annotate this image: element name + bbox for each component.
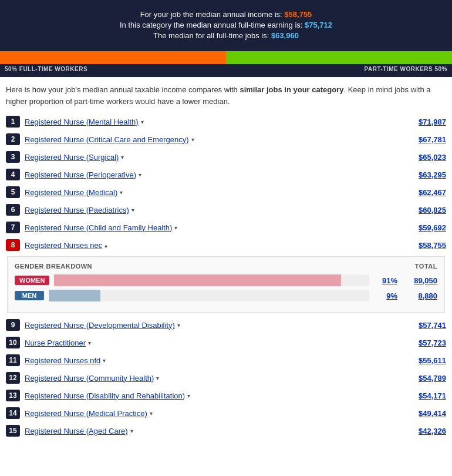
rank-badge: 4 — [6, 169, 20, 180]
job-row-left: 7Registered Nurse (Child and Family Heal… — [6, 222, 405, 233]
job-name[interactable]: Registered Nurse (Child and Family Healt… — [25, 223, 172, 232]
job-row-left: 3Registered Nurse (Surgical)▾ — [6, 151, 405, 163]
job-name[interactable]: Registered Nurse (Medical) — [25, 188, 117, 197]
gender-header: GENDER BREAKDOWNTOTAL — [15, 263, 437, 270]
women-label: WOMEN — [15, 276, 49, 285]
rank-badge: 15 — [6, 425, 20, 437]
job-name[interactable]: Registered Nurse (Medical Practice) — [25, 409, 147, 418]
job-row-left: 2Registered Nurse (Critical Care and Eme… — [6, 133, 405, 145]
job-row-left: 6Registered Nurse (Paediatrics)▾ — [6, 204, 405, 216]
chevron-down-icon[interactable]: ▾ — [88, 340, 91, 346]
job-name[interactable]: Registered Nurse (Surgical) — [25, 153, 119, 162]
job-name[interactable]: Registered Nurses nfd — [25, 356, 100, 365]
header-section: For your job the median annual income is… — [0, 0, 452, 51]
job-salary[interactable]: $63,295 — [405, 170, 446, 179]
progress-bar — [0, 51, 452, 64]
job-name[interactable]: Nurse Practitioner — [25, 338, 86, 347]
chevron-down-icon[interactable]: ▾ — [156, 375, 159, 381]
job-row: 9Registered Nurse (Developmental Disabil… — [4, 316, 448, 334]
gender-women-row: WOMEN91%89,050 — [15, 274, 437, 286]
job-name[interactable]: Registered Nurse (Disability and Rehabil… — [25, 391, 185, 400]
job-name[interactable]: Registered Nurse (Paediatrics) — [25, 206, 129, 214]
rank-badge: 12 — [6, 372, 20, 384]
chevron-down-icon[interactable]: ▾ — [103, 357, 106, 364]
chevron-down-icon[interactable]: ▾ — [131, 207, 134, 213]
men-total[interactable]: 8,880 — [402, 291, 437, 300]
job-name[interactable]: Registered Nurse (Community Health) — [25, 374, 154, 383]
header-line2-prefix: In this category the median annual full-… — [120, 21, 305, 29]
header-line3: The median for all full-time jobs is: $6… — [6, 31, 446, 40]
job-row: 10Nurse Practitioner▾$57,723 — [4, 334, 448, 351]
header-line1-prefix: For your job the median annual income is… — [140, 10, 285, 19]
job-name[interactable]: Registered Nurse (Aged Care) — [25, 427, 128, 435]
men-percentage[interactable]: 9% — [374, 291, 397, 300]
rank-badge: 9 — [6, 319, 20, 331]
job-salary[interactable]: $55,611 — [405, 356, 446, 365]
job-salary[interactable]: $62,467 — [405, 188, 446, 197]
job-name[interactable]: Registered Nurse (Mental Health) — [25, 118, 139, 126]
job-row: 11Registered Nurses nfd▾$55,611 — [4, 351, 448, 369]
fulltime-label: 50% FULL-TIME WORKERS — [5, 66, 87, 72]
job-salary[interactable]: $65,023 — [405, 153, 446, 162]
job-row-left: 15Registered Nurse (Aged Care)▾ — [6, 425, 405, 437]
header-line1: For your job the median annual income is… — [6, 10, 446, 19]
job-salary[interactable]: $54,789 — [405, 374, 446, 383]
job-row-left: 5Registered Nurse (Medical)▾ — [6, 186, 405, 198]
rank-badge: 2 — [6, 133, 20, 145]
job-row-left: 12Registered Nurse (Community Health)▾ — [6, 372, 405, 384]
job-name[interactable]: Registered Nurses nec — [25, 241, 102, 250]
job-salary[interactable]: $71,987 — [405, 118, 446, 126]
job-salary[interactable]: $67,781 — [405, 135, 446, 144]
rank-badge: 13 — [6, 390, 20, 401]
chevron-down-icon[interactable]: ▾ — [191, 136, 194, 143]
job-row: 7Registered Nurse (Child and Family Heal… — [4, 219, 448, 236]
women-percentage[interactable]: 91% — [374, 276, 397, 285]
job-row-left: 10Nurse Practitioner▾ — [6, 337, 405, 348]
rank-badge: 5 — [6, 186, 20, 198]
rank-badge: 11 — [6, 354, 20, 366]
chevron-up-icon[interactable]: ▴ — [104, 242, 107, 249]
parttime-label: PART-TIME WORKERS 50% — [365, 66, 447, 72]
job-salary[interactable]: $42,326 — [405, 427, 446, 435]
chevron-down-icon[interactable]: ▾ — [121, 154, 124, 160]
job-row-left: 14Registered Nurse (Medical Practice)▾ — [6, 407, 405, 419]
fulltime-bar — [0, 51, 226, 64]
job-salary[interactable]: $59,692 — [405, 223, 446, 232]
job-row: 3Registered Nurse (Surgical)▾$65,023 — [4, 148, 448, 166]
chevron-down-icon[interactable]: ▾ — [150, 410, 153, 417]
bar-labels: 50% FULL-TIME WORKERS PART-TIME WORKERS … — [0, 64, 452, 77]
chevron-down-icon[interactable]: ▾ — [174, 224, 177, 231]
job-row: 5Registered Nurse (Medical)▾$62,467 — [4, 183, 448, 201]
job-row-left: 1Registered Nurse (Mental Health)▾ — [6, 116, 405, 128]
gender-breakdown-title: GENDER BREAKDOWN — [15, 263, 92, 270]
job-row: 2Registered Nurse (Critical Care and Eme… — [4, 130, 448, 148]
men-label: MEN — [15, 291, 44, 300]
header-line1-value: $58,755 — [284, 10, 312, 19]
job-row: 12Registered Nurse (Community Health)▾$5… — [4, 369, 448, 387]
job-row-left: 8Registered Nurses nec▴ — [6, 239, 405, 251]
job-salary[interactable]: $57,723 — [405, 338, 446, 347]
job-name[interactable]: Registered Nurse (Developmental Disabili… — [25, 321, 175, 330]
job-row: 14Registered Nurse (Medical Practice)▾$4… — [4, 404, 448, 422]
job-salary[interactable]: $57,741 — [405, 321, 446, 330]
job-name[interactable]: Registered Nurse (Critical Care and Emer… — [25, 135, 189, 144]
job-salary[interactable]: $60,825 — [405, 206, 446, 214]
job-row: 4Registered Nurse (Perioperative)▾$63,29… — [4, 166, 448, 183]
chevron-down-icon[interactable]: ▾ — [141, 119, 144, 125]
rank-badge: 3 — [6, 151, 20, 163]
job-salary[interactable]: $54,171 — [405, 391, 446, 400]
chevron-down-icon[interactable]: ▾ — [120, 189, 123, 196]
job-salary[interactable]: $58,755 — [405, 241, 446, 250]
job-row-left: 11Registered Nurses nfd▾ — [6, 354, 405, 366]
chevron-down-icon[interactable]: ▾ — [177, 322, 180, 328]
job-salary[interactable]: $49,414 — [405, 409, 446, 418]
parttime-bar — [226, 51, 452, 64]
chevron-down-icon[interactable]: ▾ — [187, 393, 190, 399]
header-line2: In this category the median annual full-… — [6, 21, 446, 29]
job-name[interactable]: Registered Nurse (Perioperative) — [25, 170, 136, 179]
chevron-down-icon[interactable]: ▾ — [130, 428, 133, 434]
job-row-left: 9Registered Nurse (Developmental Disabil… — [6, 319, 405, 331]
chevron-down-icon[interactable]: ▾ — [139, 172, 141, 178]
gender-total-label: TOTAL — [415, 263, 437, 270]
women-total[interactable]: 89,050 — [402, 276, 437, 285]
